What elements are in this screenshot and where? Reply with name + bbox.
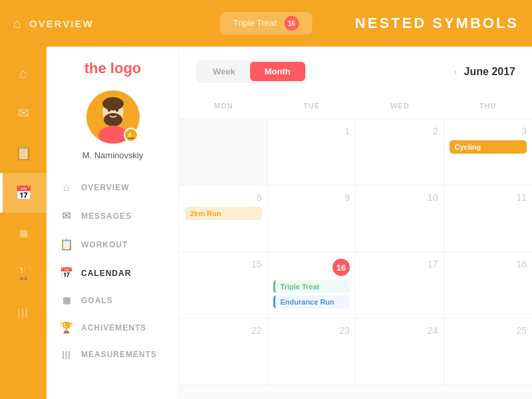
main-sidebar: the logo 🔔 M. Naminovskiy [47,47,180,399]
cal-date-1: 1 [273,126,350,136]
table-row: 11 [444,186,533,252]
overview-icon: ⌂ [60,182,73,194]
nav-messages-label: MESSAGES [81,211,132,221]
top-bar-center: Triple Treat 16 [220,12,313,35]
prev-month-button[interactable]: ‹ [454,66,457,78]
trophy-icon: 🏆 [15,265,32,281]
top-bar-left: ⌂ OVERVIEW [13,16,94,31]
table-row: 16 Triple Treat Endurance Run [268,252,356,319]
list-item: Endurance Run [273,295,350,309]
avatar-notification-badge: 🔔 [124,128,138,142]
table-row: 24 [356,319,444,385]
svg-point-4 [108,109,110,112]
icon-sidebar-calendar[interactable]: 📅 [0,173,47,213]
mail-icon: ✉ [18,105,29,121]
cal-date-15: 15 [185,259,262,269]
nav-messages[interactable]: ✉ MESSAGES [47,201,179,230]
month-nav: ‹ June 2017 [454,66,515,78]
icon-sidebar-home[interactable]: ⌂ [0,53,47,93]
nav-goals[interactable]: ▦ GOALS [47,287,179,313]
nav-goals-label: GOALS [81,296,113,305]
table-row: 9 [268,186,356,252]
cal-date-8: 8 [185,192,262,203]
nav-workout-label: WORKOUT [81,240,128,249]
icon-sidebar-trophy[interactable]: 🏆 [0,253,47,293]
icon-sidebar-mail[interactable]: ✉ [0,93,47,133]
measurements-icon: ||| [60,350,73,359]
table-row: 10 [356,186,444,252]
bars-icon: ||| [18,307,29,318]
icon-sidebar: ⌂ ✉ 📋 📅 ▦ 🏆 ||| [0,47,47,399]
table-row: 18 [444,252,533,319]
icon-sidebar-clipboard[interactable]: 📋 [0,133,47,173]
top-bar-title: OVERVIEW [29,18,94,29]
svg-point-5 [116,109,118,112]
avatar-container: 🔔 [86,90,140,144]
table-row [180,119,268,186]
nav-overview-label: OVERVIEW [81,183,129,192]
svg-point-2 [102,97,124,110]
logo: the logo [84,60,142,77]
cal-date-25: 25 [450,325,527,336]
table-row: 22 [180,319,268,385]
icon-sidebar-goals[interactable]: ▦ [0,213,47,253]
nav-achievements-label: ACHIVEMENTS [81,323,146,332]
cal-date-11: 11 [450,192,527,203]
goals-icon: ▦ [60,295,73,305]
nav-calendar-label: CALENDAR [81,269,131,278]
calendar-grid: 1 2 3 Cycling 8 2km Run 9 10 11 [180,119,532,385]
calendar: MON TUE WED THU 1 2 3 Cycling 8 2km Run [180,93,532,385]
table-row: 23 [268,319,356,385]
nav-achievements[interactable]: 🏆 ACHIVEMENTS [47,313,179,342]
icon-sidebar-measurements[interactable]: ||| [0,293,47,332]
chart-icon: ▦ [19,227,28,238]
top-bar-center-text: Triple Treat [233,18,277,28]
nav-overview[interactable]: ⌂ OVERVIEW [47,174,179,201]
today-badge: 16 [332,259,350,276]
content-header: Week Month ‹ June 2017 [180,47,532,93]
header-thu: THU [444,98,533,113]
view-toggle: Week Month [196,60,307,83]
nav-workout[interactable]: 📋 WORKOUT [47,230,179,259]
table-row: 15 [180,252,268,319]
list-item: Cycling [450,140,527,154]
table-row: 3 Cycling [444,119,533,186]
achievements-icon: 🏆 [60,321,73,334]
cal-date-22: 22 [185,325,262,336]
content-area: Week Month ‹ June 2017 MON TUE WED THU 1… [180,47,532,399]
header-mon: MON [180,98,268,113]
nav-calendar[interactable]: 📅 CALENDAR [47,259,179,287]
calendar-header: MON TUE WED THU [180,93,532,119]
current-month-label: June 2017 [464,66,515,78]
cal-date-3: 3 [450,126,527,136]
svg-point-3 [104,113,122,126]
cal-date-18: 18 [450,259,527,269]
cal-date-16: 16 [273,259,350,276]
home-icon: ⌂ [19,66,27,81]
header-tue: TUE [268,98,356,113]
table-row: 1 [268,119,356,186]
nav-measurements-label: MEASUREMENTS [81,350,157,359]
week-toggle-button[interactable]: Week [198,62,250,81]
table-row: 17 [356,252,444,319]
list-item: Triple Treat [273,280,350,293]
cal-date-17: 17 [361,259,438,269]
workout-icon: 📋 [60,238,73,251]
messages-icon: ✉ [60,209,73,222]
user-name: M. Naminovskiy [82,150,144,160]
clipboard-icon: 📋 [15,145,32,161]
active-indicator [0,173,3,213]
notification-badge: 16 [284,16,299,31]
nav-calendar-icon: 📅 [60,267,73,279]
table-row: 25 [444,319,533,385]
nav-measurements[interactable]: ||| MEASUREMENTS [47,342,179,367]
header-wed: WED [356,98,444,113]
cal-date-9: 9 [273,192,350,203]
nav-items: ⌂ OVERVIEW ✉ MESSAGES 📋 WORKOUT 📅 CALEND… [47,174,179,367]
table-row: 8 2km Run [180,186,268,252]
month-toggle-button[interactable]: Month [250,62,305,81]
cal-date-23: 23 [273,325,350,336]
cal-date-2: 2 [361,126,438,136]
table-row: 2 [356,119,444,186]
top-bar: ⌂ OVERVIEW Triple Treat 16 NESTED SYMBOL… [0,0,532,47]
